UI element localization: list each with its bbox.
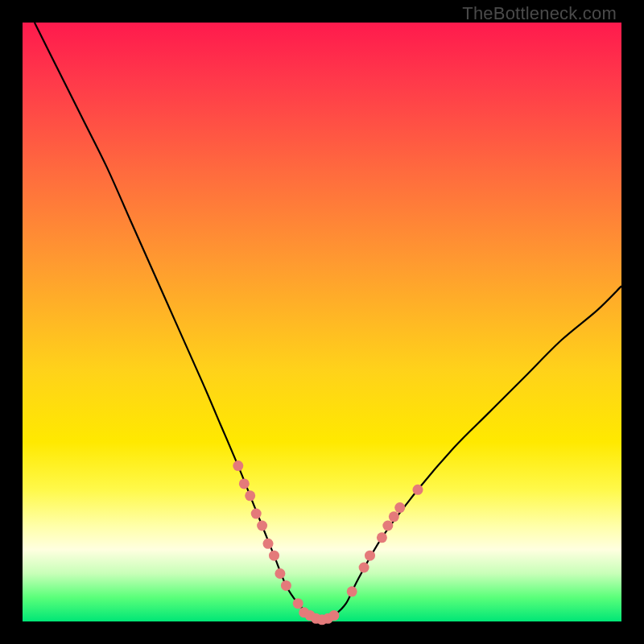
marker-dot: [328, 610, 339, 621]
marker-dot: [389, 511, 399, 522]
marker-dot: [394, 502, 405, 513]
marker-dot: [347, 586, 357, 597]
marker-dots-group: [233, 460, 423, 625]
marker-dot: [245, 490, 255, 501]
marker-dot: [251, 509, 262, 519]
chart-svg: [23, 23, 621, 621]
marker-dot: [293, 598, 303, 609]
marker-dot: [257, 521, 267, 531]
watermark-text: TheBottleneck.com: [462, 3, 617, 24]
marker-dot: [413, 485, 423, 495]
marker-dot: [377, 532, 387, 543]
marker-dot: [281, 580, 291, 591]
marker-dot: [269, 551, 279, 561]
marker-dot: [382, 521, 393, 531]
marker-dot: [263, 539, 274, 549]
marker-dot: [275, 568, 285, 579]
marker-dot: [365, 551, 375, 561]
marker-dot: [239, 478, 250, 489]
marker-dot: [233, 460, 243, 471]
chart-frame: [23, 23, 621, 621]
bottleneck-curve: [35, 23, 621, 621]
marker-dot: [359, 563, 369, 573]
